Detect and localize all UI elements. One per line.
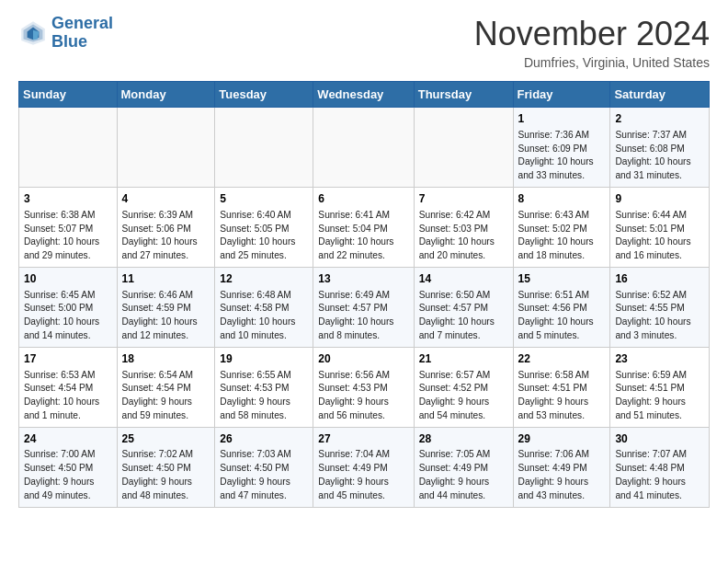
calendar-cell: 2Sunrise: 7:37 AM Sunset: 6:08 PM Daylig… bbox=[610, 108, 710, 188]
logo-text: General Blue bbox=[51, 15, 113, 52]
day-number: 26 bbox=[220, 431, 308, 447]
day-info: Sunrise: 6:49 AM Sunset: 4:57 PM Dayligh… bbox=[318, 289, 408, 343]
weekday-header: Saturday bbox=[610, 82, 710, 108]
day-info: Sunrise: 6:48 AM Sunset: 4:58 PM Dayligh… bbox=[220, 289, 308, 343]
day-number: 27 bbox=[318, 431, 408, 447]
logo-icon bbox=[18, 18, 48, 48]
calendar-week-row: 24Sunrise: 7:00 AM Sunset: 4:50 PM Dayli… bbox=[19, 427, 710, 507]
title-block: November 2024 Dumfries, Virginia, United… bbox=[474, 15, 710, 70]
day-info: Sunrise: 6:41 AM Sunset: 5:04 PM Dayligh… bbox=[318, 209, 408, 263]
day-number: 12 bbox=[220, 271, 308, 287]
day-number: 21 bbox=[419, 351, 508, 367]
calendar-week-row: 1Sunrise: 7:36 AM Sunset: 6:09 PM Daylig… bbox=[19, 108, 710, 188]
day-info: Sunrise: 6:45 AM Sunset: 5:00 PM Dayligh… bbox=[24, 289, 112, 343]
calendar-cell: 15Sunrise: 6:51 AM Sunset: 4:56 PM Dayli… bbox=[513, 267, 610, 347]
day-info: Sunrise: 6:40 AM Sunset: 5:05 PM Dayligh… bbox=[220, 209, 308, 263]
calendar-cell: 26Sunrise: 7:03 AM Sunset: 4:50 PM Dayli… bbox=[215, 427, 313, 507]
calendar-cell: 14Sunrise: 6:50 AM Sunset: 4:57 PM Dayli… bbox=[414, 267, 513, 347]
day-info: Sunrise: 6:42 AM Sunset: 5:03 PM Dayligh… bbox=[419, 209, 508, 263]
weekday-header: Friday bbox=[513, 82, 610, 108]
day-info: Sunrise: 6:57 AM Sunset: 4:52 PM Dayligh… bbox=[419, 369, 508, 423]
weekday-header: Monday bbox=[117, 82, 215, 108]
day-info: Sunrise: 7:00 AM Sunset: 4:50 PM Dayligh… bbox=[24, 448, 112, 502]
day-number: 10 bbox=[24, 271, 112, 287]
day-number: 18 bbox=[122, 351, 210, 367]
day-info: Sunrise: 6:52 AM Sunset: 4:55 PM Dayligh… bbox=[615, 289, 704, 343]
calendar-cell: 8Sunrise: 6:43 AM Sunset: 5:02 PM Daylig… bbox=[513, 187, 610, 267]
calendar-cell bbox=[117, 108, 215, 188]
day-info: Sunrise: 6:53 AM Sunset: 4:54 PM Dayligh… bbox=[24, 369, 112, 423]
weekday-header: Sunday bbox=[19, 82, 118, 108]
calendar-cell: 3Sunrise: 6:38 AM Sunset: 5:07 PM Daylig… bbox=[19, 187, 118, 267]
calendar-header-row: SundayMondayTuesdayWednesdayThursdayFrid… bbox=[19, 82, 710, 108]
calendar-cell: 7Sunrise: 6:42 AM Sunset: 5:03 PM Daylig… bbox=[414, 187, 513, 267]
calendar-cell: 4Sunrise: 6:39 AM Sunset: 5:06 PM Daylig… bbox=[117, 187, 215, 267]
day-info: Sunrise: 6:44 AM Sunset: 5:01 PM Dayligh… bbox=[615, 209, 704, 263]
day-number: 1 bbox=[518, 111, 606, 127]
day-info: Sunrise: 7:03 AM Sunset: 4:50 PM Dayligh… bbox=[220, 448, 308, 502]
day-number: 11 bbox=[122, 271, 210, 287]
month-title: November 2024 bbox=[474, 15, 710, 53]
calendar-cell: 6Sunrise: 6:41 AM Sunset: 5:04 PM Daylig… bbox=[313, 187, 414, 267]
calendar-cell: 24Sunrise: 7:00 AM Sunset: 4:50 PM Dayli… bbox=[19, 427, 118, 507]
calendar-body: 1Sunrise: 7:36 AM Sunset: 6:09 PM Daylig… bbox=[19, 108, 710, 508]
calendar-cell: 29Sunrise: 7:06 AM Sunset: 4:49 PM Dayli… bbox=[513, 427, 610, 507]
day-info: Sunrise: 6:56 AM Sunset: 4:53 PM Dayligh… bbox=[318, 369, 408, 423]
day-number: 17 bbox=[24, 351, 112, 367]
day-info: Sunrise: 6:54 AM Sunset: 4:54 PM Dayligh… bbox=[122, 369, 210, 423]
day-info: Sunrise: 6:38 AM Sunset: 5:07 PM Dayligh… bbox=[24, 209, 112, 263]
calendar-cell: 1Sunrise: 7:36 AM Sunset: 6:09 PM Daylig… bbox=[513, 108, 610, 188]
calendar-cell: 5Sunrise: 6:40 AM Sunset: 5:05 PM Daylig… bbox=[215, 187, 313, 267]
day-info: Sunrise: 7:07 AM Sunset: 4:48 PM Dayligh… bbox=[615, 448, 704, 502]
day-info: Sunrise: 6:46 AM Sunset: 4:59 PM Dayligh… bbox=[122, 289, 210, 343]
day-number: 3 bbox=[24, 191, 112, 207]
weekday-header: Thursday bbox=[414, 82, 513, 108]
day-number: 19 bbox=[220, 351, 308, 367]
day-info: Sunrise: 6:59 AM Sunset: 4:51 PM Dayligh… bbox=[615, 369, 704, 423]
day-number: 29 bbox=[518, 431, 606, 447]
calendar-cell: 27Sunrise: 7:04 AM Sunset: 4:49 PM Dayli… bbox=[313, 427, 414, 507]
calendar-cell: 16Sunrise: 6:52 AM Sunset: 4:55 PM Dayli… bbox=[610, 267, 710, 347]
calendar-cell bbox=[414, 108, 513, 188]
weekday-header: Wednesday bbox=[313, 82, 414, 108]
calendar-cell: 11Sunrise: 6:46 AM Sunset: 4:59 PM Dayli… bbox=[117, 267, 215, 347]
calendar-cell: 30Sunrise: 7:07 AM Sunset: 4:48 PM Dayli… bbox=[610, 427, 710, 507]
day-number: 14 bbox=[419, 271, 508, 287]
calendar-cell bbox=[215, 108, 313, 188]
calendar-cell: 17Sunrise: 6:53 AM Sunset: 4:54 PM Dayli… bbox=[19, 347, 118, 427]
calendar-cell: 19Sunrise: 6:55 AM Sunset: 4:53 PM Dayli… bbox=[215, 347, 313, 427]
day-number: 2 bbox=[615, 111, 704, 127]
day-number: 25 bbox=[122, 431, 210, 447]
day-number: 6 bbox=[318, 191, 408, 207]
day-number: 20 bbox=[318, 351, 408, 367]
calendar-cell: 10Sunrise: 6:45 AM Sunset: 5:00 PM Dayli… bbox=[19, 267, 118, 347]
day-info: Sunrise: 6:51 AM Sunset: 4:56 PM Dayligh… bbox=[518, 289, 606, 343]
calendar-cell: 18Sunrise: 6:54 AM Sunset: 4:54 PM Dayli… bbox=[117, 347, 215, 427]
calendar-week-row: 10Sunrise: 6:45 AM Sunset: 5:00 PM Dayli… bbox=[19, 267, 710, 347]
day-info: Sunrise: 7:37 AM Sunset: 6:08 PM Dayligh… bbox=[615, 129, 704, 183]
day-number: 23 bbox=[615, 351, 704, 367]
day-info: Sunrise: 7:05 AM Sunset: 4:49 PM Dayligh… bbox=[419, 448, 508, 502]
day-number: 13 bbox=[318, 271, 408, 287]
weekday-header: Tuesday bbox=[215, 82, 313, 108]
calendar-cell: 12Sunrise: 6:48 AM Sunset: 4:58 PM Dayli… bbox=[215, 267, 313, 347]
logo-line1: General bbox=[51, 14, 113, 32]
logo-line2: Blue bbox=[51, 32, 87, 51]
day-info: Sunrise: 6:43 AM Sunset: 5:02 PM Dayligh… bbox=[518, 209, 606, 263]
day-number: 4 bbox=[122, 191, 210, 207]
day-info: Sunrise: 6:58 AM Sunset: 4:51 PM Dayligh… bbox=[518, 369, 606, 423]
day-number: 9 bbox=[615, 191, 704, 207]
day-number: 28 bbox=[419, 431, 508, 447]
location: Dumfries, Virginia, United States bbox=[474, 55, 710, 70]
calendar-cell: 21Sunrise: 6:57 AM Sunset: 4:52 PM Dayli… bbox=[414, 347, 513, 427]
day-info: Sunrise: 7:06 AM Sunset: 4:49 PM Dayligh… bbox=[518, 448, 606, 502]
calendar-cell: 9Sunrise: 6:44 AM Sunset: 5:01 PM Daylig… bbox=[610, 187, 710, 267]
day-info: Sunrise: 6:39 AM Sunset: 5:06 PM Dayligh… bbox=[122, 209, 210, 263]
day-info: Sunrise: 7:36 AM Sunset: 6:09 PM Dayligh… bbox=[518, 129, 606, 183]
day-info: Sunrise: 6:50 AM Sunset: 4:57 PM Dayligh… bbox=[419, 289, 508, 343]
calendar-week-row: 17Sunrise: 6:53 AM Sunset: 4:54 PM Dayli… bbox=[19, 347, 710, 427]
calendar-cell: 25Sunrise: 7:02 AM Sunset: 4:50 PM Dayli… bbox=[117, 427, 215, 507]
calendar-cell bbox=[19, 108, 118, 188]
day-info: Sunrise: 7:02 AM Sunset: 4:50 PM Dayligh… bbox=[122, 448, 210, 502]
calendar-cell: 13Sunrise: 6:49 AM Sunset: 4:57 PM Dayli… bbox=[313, 267, 414, 347]
